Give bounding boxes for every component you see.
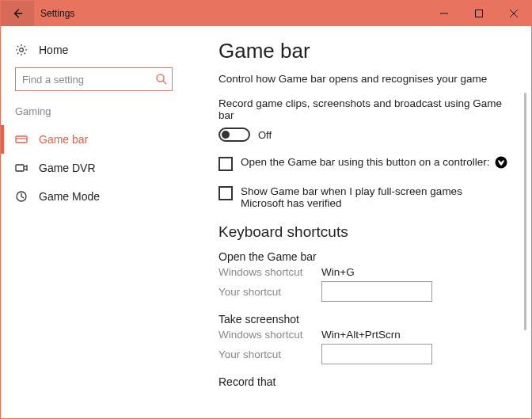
controller-checkbox-label: Open the Game bar using this button on a… bbox=[241, 156, 507, 169]
settings-window: Settings Home Gaming Game bar Ga bbox=[0, 0, 532, 419]
back-button[interactable] bbox=[1, 1, 34, 26]
your-shortcut-label: Your shortcut bbox=[218, 286, 321, 298]
search-container bbox=[15, 67, 173, 91]
category-label: Gaming bbox=[1, 105, 187, 125]
sidebar-item-game-bar[interactable]: Game bar bbox=[1, 125, 187, 154]
fullscreen-checkbox-row: Show Game bar when I play full-screen ga… bbox=[218, 185, 509, 209]
home-button[interactable]: Home bbox=[1, 40, 187, 67]
svg-rect-7 bbox=[16, 136, 27, 143]
window-body: Home Gaming Game bar Game DVR Game Mode bbox=[1, 26, 531, 418]
svg-rect-9 bbox=[16, 165, 24, 171]
page-title: Game bar bbox=[218, 39, 509, 63]
search-icon bbox=[155, 73, 168, 86]
sidebar-item-label: Game bar bbox=[39, 133, 88, 146]
sidebar-item-label: Game DVR bbox=[39, 162, 96, 174]
sidebar-item-game-mode[interactable]: Game Mode bbox=[1, 182, 187, 211]
shortcut-group-screenshot: Take screenshot Windows shortcut Win+Alt… bbox=[218, 313, 509, 364]
controller-checkbox-text: Open the Game bar using this button on a… bbox=[241, 156, 489, 168]
controller-checkbox-row: Open the Game bar using this button on a… bbox=[218, 156, 509, 171]
svg-point-4 bbox=[20, 48, 24, 52]
minimize-button[interactable] bbox=[427, 1, 462, 26]
record-label: Record game clips, screenshots and broad… bbox=[218, 97, 509, 121]
shortcuts-heading: Keyboard shortcuts bbox=[218, 223, 509, 241]
fullscreen-checkbox-label: Show Game bar when I play full-screen ga… bbox=[241, 185, 494, 209]
svg-point-5 bbox=[157, 74, 164, 82]
your-shortcut-input[interactable] bbox=[321, 344, 432, 364]
content-pane: Game bar Control how Game bar opens and … bbox=[187, 26, 531, 418]
game-mode-icon bbox=[15, 190, 28, 203]
game-bar-icon bbox=[15, 133, 28, 146]
sidebar-item-game-dvr[interactable]: Game DVR bbox=[1, 154, 187, 182]
scrollbar[interactable] bbox=[524, 93, 526, 330]
controller-checkbox[interactable] bbox=[218, 157, 233, 171]
shortcut-name: Record that bbox=[218, 375, 509, 388]
windows-shortcut-label: Windows shortcut bbox=[218, 266, 321, 278]
shortcut-group-record-that: Record that bbox=[218, 375, 509, 388]
toggle-knob bbox=[222, 131, 230, 139]
your-shortcut-input[interactable] bbox=[321, 281, 432, 302]
shortcut-name: Take screenshot bbox=[218, 313, 509, 326]
shortcut-group-open: Open the Game bar Windows shortcut Win+G… bbox=[218, 250, 509, 302]
sidebar-item-label: Game Mode bbox=[39, 190, 100, 203]
xbox-icon bbox=[495, 156, 507, 169]
windows-shortcut-label: Windows shortcut bbox=[218, 329, 321, 341]
your-shortcut-label: Your shortcut bbox=[218, 349, 321, 360]
maximize-icon bbox=[475, 10, 483, 17]
toggle-state-label: Off bbox=[258, 129, 272, 141]
close-icon bbox=[510, 10, 518, 17]
sidebar: Home Gaming Game bar Game DVR Game Mode bbox=[1, 26, 187, 418]
window-title: Settings bbox=[40, 8, 74, 19]
svg-line-6 bbox=[163, 81, 166, 84]
window-controls bbox=[427, 1, 531, 26]
windows-shortcut-value: Win+G bbox=[321, 266, 355, 278]
search-input[interactable] bbox=[15, 67, 173, 91]
record-toggle-row: Off bbox=[218, 128, 509, 142]
minimize-icon bbox=[440, 10, 448, 17]
back-arrow-icon bbox=[12, 8, 23, 19]
close-button[interactable] bbox=[496, 1, 531, 26]
home-label: Home bbox=[39, 44, 68, 56]
maximize-button[interactable] bbox=[462, 1, 496, 26]
page-subtitle: Control how Game bar opens and recognise… bbox=[218, 73, 509, 85]
gear-icon bbox=[15, 44, 28, 56]
svg-rect-1 bbox=[476, 10, 483, 17]
fullscreen-checkbox[interactable] bbox=[218, 186, 233, 200]
game-dvr-icon bbox=[15, 162, 28, 174]
titlebar: Settings bbox=[1, 1, 531, 26]
record-toggle[interactable] bbox=[218, 128, 250, 142]
shortcut-name: Open the Game bar bbox=[218, 250, 509, 263]
windows-shortcut-value: Win+Alt+PrtScrn bbox=[321, 329, 401, 341]
